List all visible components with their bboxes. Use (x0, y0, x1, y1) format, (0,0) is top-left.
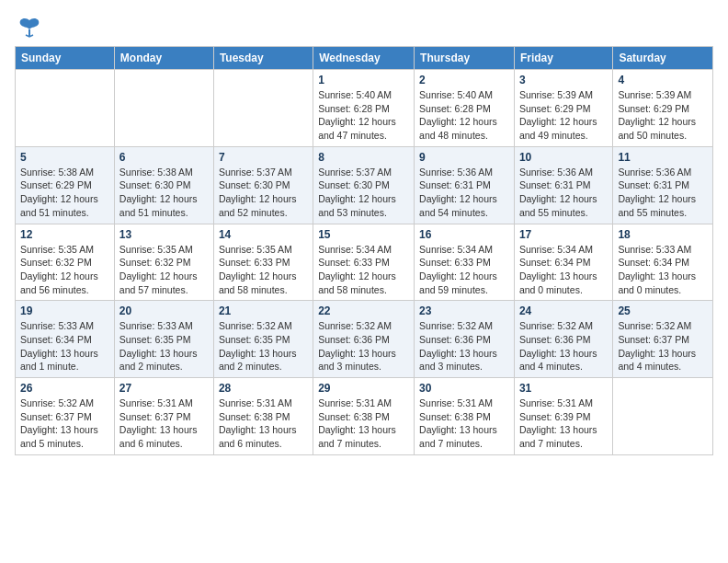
calendar-cell: 11Sunrise: 5:36 AM Sunset: 6:31 PM Dayli… (613, 146, 713, 224)
day-number: 7 (219, 151, 308, 164)
calendar-cell: 2Sunrise: 5:40 AM Sunset: 6:28 PM Daylig… (415, 70, 515, 147)
day-number: 9 (419, 151, 509, 164)
calendar-cell: 14Sunrise: 5:35 AM Sunset: 6:33 PM Dayli… (213, 224, 313, 301)
calendar-header-row: SundayMondayTuesdayWednesdayThursdayFrid… (16, 47, 713, 70)
day-info: Sunrise: 5:32 AM Sunset: 6:36 PM Dayligh… (318, 319, 409, 373)
day-number: 14 (219, 228, 308, 241)
calendar-cell: 1Sunrise: 5:40 AM Sunset: 6:28 PM Daylig… (313, 70, 415, 147)
calendar-cell: 23Sunrise: 5:32 AM Sunset: 6:36 PM Dayli… (415, 301, 515, 378)
day-number: 2 (419, 74, 509, 86)
day-number: 8 (318, 151, 409, 164)
calendar-week-row: 12Sunrise: 5:35 AM Sunset: 6:32 PM Dayli… (16, 224, 713, 301)
calendar-cell: 20Sunrise: 5:33 AM Sunset: 6:35 PM Dayli… (114, 301, 213, 378)
day-info: Sunrise: 5:38 AM Sunset: 6:29 PM Dayligh… (20, 166, 109, 220)
calendar-cell: 7Sunrise: 5:37 AM Sunset: 6:30 PM Daylig… (213, 146, 313, 224)
calendar-cell: 16Sunrise: 5:34 AM Sunset: 6:33 PM Dayli… (415, 224, 515, 301)
calendar-week-row: 5Sunrise: 5:38 AM Sunset: 6:29 PM Daylig… (16, 146, 713, 224)
calendar-cell: 3Sunrise: 5:39 AM Sunset: 6:29 PM Daylig… (514, 70, 612, 147)
calendar-cell: 27Sunrise: 5:31 AM Sunset: 6:37 PM Dayli… (114, 378, 213, 455)
weekday-header-tuesday: Tuesday (213, 47, 313, 70)
calendar-cell: 22Sunrise: 5:32 AM Sunset: 6:36 PM Dayli… (313, 301, 415, 378)
day-number: 17 (519, 228, 608, 241)
calendar-cell: 15Sunrise: 5:34 AM Sunset: 6:33 PM Dayli… (313, 224, 415, 301)
day-number: 6 (119, 151, 209, 164)
day-number: 4 (618, 74, 708, 86)
calendar-table: SundayMondayTuesdayWednesdayThursdayFrid… (15, 46, 713, 455)
day-info: Sunrise: 5:40 AM Sunset: 6:28 PM Dayligh… (318, 88, 409, 143)
day-info: Sunrise: 5:32 AM Sunset: 6:36 PM Dayligh… (419, 319, 509, 373)
day-info: Sunrise: 5:31 AM Sunset: 6:39 PM Dayligh… (519, 396, 608, 451)
day-number: 27 (119, 382, 209, 395)
day-info: Sunrise: 5:33 AM Sunset: 6:34 PM Dayligh… (20, 319, 109, 373)
calendar-cell: 17Sunrise: 5:34 AM Sunset: 6:34 PM Dayli… (514, 224, 612, 301)
day-number: 10 (519, 151, 608, 164)
weekday-header-saturday: Saturday (613, 47, 713, 70)
day-info: Sunrise: 5:31 AM Sunset: 6:37 PM Dayligh… (119, 396, 209, 451)
calendar-cell (213, 70, 313, 147)
day-info: Sunrise: 5:32 AM Sunset: 6:37 PM Dayligh… (20, 396, 109, 451)
weekday-header-sunday: Sunday (16, 47, 115, 70)
calendar-cell: 4Sunrise: 5:39 AM Sunset: 6:29 PM Daylig… (613, 70, 713, 147)
calendar-cell: 31Sunrise: 5:31 AM Sunset: 6:39 PM Dayli… (514, 378, 612, 455)
day-info: Sunrise: 5:38 AM Sunset: 6:30 PM Dayligh… (119, 166, 209, 220)
day-number: 24 (519, 304, 608, 317)
day-number: 19 (20, 304, 109, 317)
day-info: Sunrise: 5:32 AM Sunset: 6:35 PM Dayligh… (219, 319, 308, 373)
day-info: Sunrise: 5:34 AM Sunset: 6:33 PM Dayligh… (419, 243, 509, 297)
day-info: Sunrise: 5:39 AM Sunset: 6:29 PM Dayligh… (618, 88, 708, 143)
day-info: Sunrise: 5:36 AM Sunset: 6:31 PM Dayligh… (618, 166, 708, 220)
day-info: Sunrise: 5:32 AM Sunset: 6:37 PM Dayligh… (618, 319, 708, 373)
calendar-week-row: 1Sunrise: 5:40 AM Sunset: 6:28 PM Daylig… (16, 70, 713, 147)
day-number: 28 (219, 382, 308, 395)
day-number: 11 (618, 151, 708, 164)
day-info: Sunrise: 5:35 AM Sunset: 6:32 PM Dayligh… (20, 243, 109, 297)
calendar-cell: 6Sunrise: 5:38 AM Sunset: 6:30 PM Daylig… (114, 146, 213, 224)
day-info: Sunrise: 5:36 AM Sunset: 6:31 PM Dayligh… (419, 166, 509, 220)
calendar-cell: 29Sunrise: 5:31 AM Sunset: 6:38 PM Dayli… (313, 378, 415, 455)
calendar-cell: 13Sunrise: 5:35 AM Sunset: 6:32 PM Dayli… (114, 224, 213, 301)
calendar-body: 1Sunrise: 5:40 AM Sunset: 6:28 PM Daylig… (16, 70, 713, 455)
day-number: 30 (419, 382, 509, 395)
page-header (15, 15, 713, 37)
day-info: Sunrise: 5:32 AM Sunset: 6:36 PM Dayligh… (519, 319, 608, 373)
day-info: Sunrise: 5:34 AM Sunset: 6:34 PM Dayligh… (519, 243, 608, 297)
day-info: Sunrise: 5:39 AM Sunset: 6:29 PM Dayligh… (519, 88, 608, 143)
calendar-cell: 28Sunrise: 5:31 AM Sunset: 6:38 PM Dayli… (213, 378, 313, 455)
day-number: 3 (519, 74, 608, 86)
day-number: 20 (119, 304, 209, 317)
day-number: 29 (318, 382, 409, 395)
day-number: 15 (318, 228, 409, 241)
calendar-cell: 24Sunrise: 5:32 AM Sunset: 6:36 PM Dayli… (514, 301, 612, 378)
day-info: Sunrise: 5:31 AM Sunset: 6:38 PM Dayligh… (219, 396, 308, 451)
calendar-cell: 21Sunrise: 5:32 AM Sunset: 6:35 PM Dayli… (213, 301, 313, 378)
day-number: 23 (419, 304, 509, 317)
day-number: 26 (20, 382, 109, 395)
day-number: 22 (318, 304, 409, 317)
calendar-cell: 12Sunrise: 5:35 AM Sunset: 6:32 PM Dayli… (16, 224, 115, 301)
day-number: 16 (419, 228, 509, 241)
calendar-cell: 25Sunrise: 5:32 AM Sunset: 6:37 PM Dayli… (613, 301, 713, 378)
calendar-week-row: 26Sunrise: 5:32 AM Sunset: 6:37 PM Dayli… (16, 378, 713, 455)
weekday-header-thursday: Thursday (415, 47, 515, 70)
calendar-cell (16, 70, 115, 147)
calendar-cell: 18Sunrise: 5:33 AM Sunset: 6:34 PM Dayli… (613, 224, 713, 301)
day-number: 31 (519, 382, 608, 395)
calendar-cell: 26Sunrise: 5:32 AM Sunset: 6:37 PM Dayli… (16, 378, 115, 455)
calendar-cell: 30Sunrise: 5:31 AM Sunset: 6:38 PM Dayli… (415, 378, 515, 455)
day-number: 12 (20, 228, 109, 241)
weekday-header-friday: Friday (514, 47, 612, 70)
day-number: 13 (119, 228, 209, 241)
day-info: Sunrise: 5:34 AM Sunset: 6:33 PM Dayligh… (318, 243, 409, 297)
day-number: 1 (318, 74, 409, 86)
calendar-cell: 8Sunrise: 5:37 AM Sunset: 6:30 PM Daylig… (313, 146, 415, 224)
day-info: Sunrise: 5:40 AM Sunset: 6:28 PM Dayligh… (419, 88, 509, 143)
day-info: Sunrise: 5:31 AM Sunset: 6:38 PM Dayligh… (419, 396, 509, 451)
day-info: Sunrise: 5:31 AM Sunset: 6:38 PM Dayligh… (318, 396, 409, 451)
day-info: Sunrise: 5:35 AM Sunset: 6:33 PM Dayligh… (219, 243, 308, 297)
weekday-header-monday: Monday (114, 47, 213, 70)
calendar-cell (114, 70, 213, 147)
calendar-cell: 5Sunrise: 5:38 AM Sunset: 6:29 PM Daylig… (16, 146, 115, 224)
day-number: 5 (20, 151, 109, 164)
day-number: 18 (618, 228, 708, 241)
day-info: Sunrise: 5:33 AM Sunset: 6:35 PM Dayligh… (119, 319, 209, 373)
